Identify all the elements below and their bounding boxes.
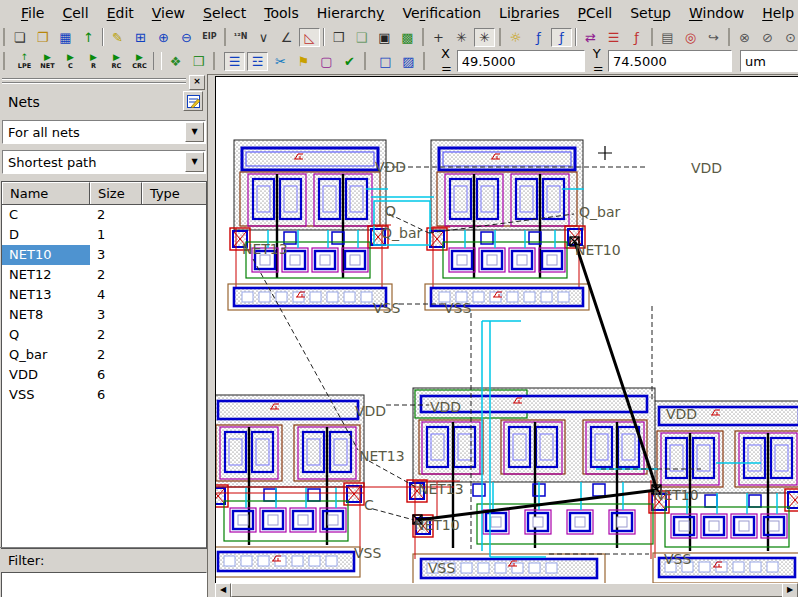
probe-path-icon: ⊙ [785, 31, 796, 44]
run-c-button[interactable]: ▶C [60, 52, 81, 71]
snap-12n-button[interactable]: ¹²N [230, 28, 251, 47]
scroll-left-icon[interactable]: ◀ [215, 583, 231, 597]
toolbar-grip [224, 28, 226, 46]
column-header-size[interactable]: Size [90, 182, 142, 204]
x-coord-input[interactable] [457, 50, 585, 72]
instance-dark-button[interactable]: ▣ [374, 28, 395, 47]
ruler-v-button[interactable]: ∨ [253, 28, 274, 47]
menu-edit[interactable]: Edit [98, 2, 143, 24]
net-scope-combobox[interactable]: For all nets ▼ [2, 120, 206, 144]
edit-nets-button[interactable] [183, 91, 203, 111]
y-coord-input[interactable] [608, 50, 732, 72]
run-crc-button-label: CRC [132, 63, 147, 70]
toolbar-separator [575, 28, 577, 46]
nets-panel: × Nets For all nets ▼ Shortest path ▼ Na… [0, 74, 208, 597]
menu-select[interactable]: Select [194, 2, 255, 24]
stack-button[interactable]: ☰ [603, 28, 624, 47]
probe-path-button[interactable]: ⊙ [780, 28, 798, 47]
crosshair-button[interactable]: + [428, 28, 449, 47]
zoom-in-button[interactable]: ⊕ [153, 28, 174, 47]
snap-any-button[interactable]: ✳ [451, 28, 472, 47]
column-header-name[interactable]: Name [2, 182, 90, 204]
select-region-button[interactable]: ▢ [316, 52, 337, 71]
chevron-down-icon[interactable]: ▼ [185, 152, 204, 172]
new-cellview-button[interactable]: ❏ [9, 28, 30, 47]
hatch-box-button[interactable]: ▨ [398, 52, 419, 71]
probe-net-button[interactable]: ⊘ [757, 28, 778, 47]
panel-grip[interactable] [2, 78, 186, 84]
show-parasitics-button[interactable]: ☰ [224, 52, 245, 71]
highlight-bulb-button[interactable]: ☼ [505, 28, 526, 47]
clear-probes-button[interactable]: ⊗ [734, 28, 755, 47]
fit-view-button[interactable]: ⊞ [130, 28, 151, 47]
menu-file[interactable]: File [12, 2, 53, 24]
instance-green-button[interactable]: ▩ [397, 28, 418, 47]
fill-box-button[interactable]: □ [375, 52, 396, 71]
menu-window[interactable]: Window [680, 2, 753, 24]
unit-input[interactable] [740, 50, 798, 72]
run-net-button[interactable]: ▶NET [37, 52, 58, 71]
swap-views-button[interactable]: ⇄ [580, 28, 601, 47]
open-cellview-button[interactable]: ❐ [32, 28, 53, 47]
menu-help[interactable]: Help [753, 2, 798, 24]
path-mode-combobox[interactable]: Shortest path ▼ [2, 150, 206, 174]
edit-properties-button[interactable]: ✎ [107, 28, 128, 47]
net-row-net10[interactable]: NET103 [2, 245, 206, 265]
net-row-vss[interactable]: VSS6 [2, 385, 206, 405]
probe-point-button[interactable]: ◎ [680, 28, 701, 47]
ruler-arc-button[interactable]: ◺ [299, 28, 320, 47]
menu-libraries[interactable]: Libraries [490, 2, 568, 24]
save-button[interactable]: ▦ [55, 28, 76, 47]
net-row-net8[interactable]: NET83 [2, 305, 206, 325]
eip-button[interactable]: EIP [199, 28, 220, 47]
net-row-q[interactable]: Q2 [2, 325, 206, 345]
net-row-d[interactable]: D1 [2, 225, 206, 245]
scrollbar-thumb[interactable] [231, 583, 786, 597]
menu-setup[interactable]: Setup [621, 2, 680, 24]
net-row-net13[interactable]: NET134 [2, 285, 206, 305]
filter-input[interactable] [1, 572, 207, 597]
net-row-c[interactable]: C2 [2, 205, 206, 225]
net-row-net12[interactable]: NET122 [2, 265, 206, 285]
redo-probe-button[interactable]: ↪ [703, 28, 724, 47]
probe-edit-button[interactable]: ƒ [551, 28, 572, 47]
copy-shape-icon: ❒ [333, 31, 345, 44]
layout-canvas[interactable]: VDDVDDVDDVDDVDDVSSVSSVSSVSSVSSQQ_barQ_ba… [215, 76, 798, 584]
cut-net-button[interactable]: ✂ [270, 52, 291, 71]
net-row-q-bar[interactable]: Q_bar2 [2, 345, 206, 365]
menu-verification[interactable]: Verification [393, 2, 490, 24]
filter-label: Filter: [8, 553, 44, 568]
column-header-type[interactable]: Type [142, 182, 206, 204]
horizontal-scrollbar[interactable]: ◀ ▶ [215, 583, 798, 597]
scroll-right-icon[interactable]: ▶ [782, 583, 798, 597]
ruler-angle-button[interactable]: ∠ [276, 28, 297, 47]
validate-button[interactable]: ✔ [339, 52, 360, 71]
net-row-vdd[interactable]: VDD6 [2, 365, 206, 385]
report-button[interactable]: ▤ [657, 28, 678, 47]
run-lpe-button[interactable]: ↑LPE [14, 52, 35, 71]
menu-tools[interactable]: Tools [255, 2, 308, 24]
zoom-out-button[interactable]: ⊖ [176, 28, 197, 47]
name-net-button[interactable]: ⚑ [293, 52, 314, 71]
hierarchy-copy-button[interactable]: ❖ [165, 52, 186, 71]
probe-edit-icon: ƒ [559, 31, 564, 44]
probe-remove-button[interactable]: ƒ [626, 28, 647, 47]
chevron-down-icon[interactable]: ▼ [185, 122, 204, 142]
hatch-box-icon: ▨ [402, 55, 414, 68]
import-button[interactable]: ↑ [78, 28, 99, 47]
run-r-button[interactable]: ▶R [83, 52, 104, 71]
snap-ortho-button[interactable]: ✳ [474, 28, 495, 47]
export-report-button[interactable]: ❒ [188, 52, 209, 71]
show-nets-button[interactable]: ☲ [247, 52, 268, 71]
copy-shape-button[interactable]: ❒ [328, 28, 349, 47]
probe-add-button[interactable]: ƒ [528, 28, 549, 47]
menu-view[interactable]: View [143, 2, 194, 24]
menu-cell[interactable]: Cell [53, 2, 97, 24]
menu-hierarchy[interactable]: Hierarchy [308, 2, 394, 24]
layout-drawing [216, 77, 798, 584]
menu-pcell[interactable]: PCell [569, 2, 622, 24]
paste-shape-button[interactable]: ❑ [351, 28, 372, 47]
run-rc-button[interactable]: ▶RC [106, 52, 127, 71]
panel-close-button[interactable]: × [189, 75, 205, 90]
run-crc-button[interactable]: ▶CRC [129, 52, 150, 71]
